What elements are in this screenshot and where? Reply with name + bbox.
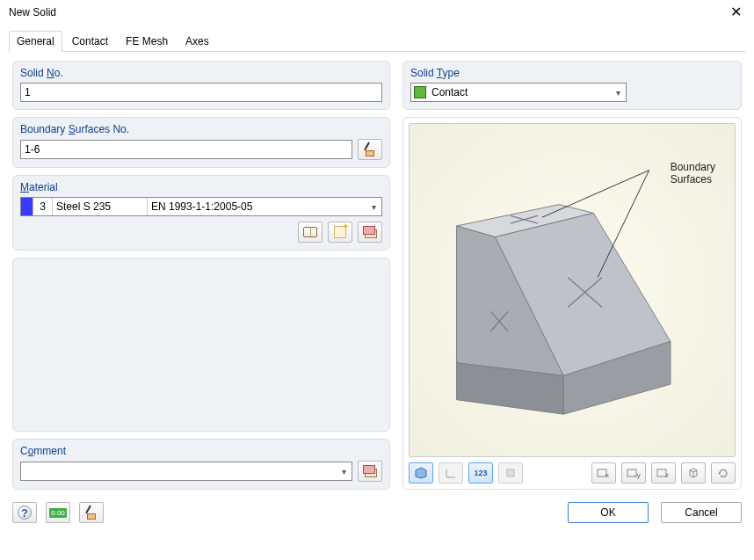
svg-text:z: z [665, 471, 669, 479]
cube-icon [687, 467, 700, 479]
svg-line-23 [693, 470, 697, 472]
preview-panel: Boundary Surfaces [402, 117, 742, 490]
comment-input[interactable]: ▾ [20, 462, 352, 481]
view-loads-button [498, 462, 523, 484]
svg-text:x: x [605, 471, 609, 479]
material-new-button[interactable] [328, 222, 352, 243]
label-text: aterial [29, 181, 58, 193]
label-comment: Comment [20, 445, 382, 457]
label-text: mment [33, 445, 66, 457]
preview-solid-icon [410, 124, 735, 456]
comment-pick-button[interactable] [358, 461, 382, 482]
label-text: o. [54, 67, 63, 79]
axis-x-icon: x [597, 467, 611, 479]
view-reset-button[interactable] [711, 462, 736, 484]
numbering-icon: 123 [474, 469, 487, 477]
material-code: EN 1993-1-1:2005-05 [148, 198, 366, 215]
label-text: Solid [20, 67, 47, 79]
material-number: 3 [33, 198, 53, 215]
solid-type-select[interactable]: Contact ▾ [410, 83, 627, 102]
tab-general[interactable]: General [9, 31, 62, 52]
cancel-button[interactable]: Cancel [661, 502, 742, 523]
close-icon[interactable]: ✕ [727, 5, 745, 19]
chevron-down-icon: ▾ [366, 198, 381, 215]
window-title: New Solid [9, 6, 56, 18]
group-solid-type: Solid Type Contact ▾ [402, 61, 742, 110]
view-angle-button [439, 462, 463, 484]
label-accel: N [47, 67, 54, 79]
layers-icon [363, 465, 377, 477]
content: Solid No. Boundary Surfaces No. Material… [0, 52, 754, 495]
axis-z-button[interactable]: z [651, 462, 676, 484]
book-icon [303, 227, 317, 237]
label-accel: M [20, 181, 29, 193]
new-file-icon [334, 226, 346, 238]
units-icon: 0.00 [49, 508, 67, 518]
material-edit-button[interactable] [358, 222, 382, 243]
label-text: urfaces No. [76, 123, 129, 135]
group-solid-no: Solid No. [12, 61, 390, 110]
material-select[interactable]: 3 Steel S 235 EN 1993-1-1:2005-05 ▾ [20, 197, 382, 216]
label-solid-no: Solid No. [20, 67, 382, 79]
group-material: Material 3 Steel S 235 EN 1993-1-1:2005-… [12, 175, 390, 251]
solid-no-input[interactable] [20, 83, 382, 102]
label-text: ype [442, 67, 459, 79]
footer: ? 0.00 OK Cancel [0, 495, 754, 532]
ok-button[interactable]: OK [568, 502, 649, 523]
reload-cube-icon [717, 467, 729, 479]
group-comment: Comment ▾ [12, 439, 390, 490]
group-boundary: Boundary Surfaces No. [12, 117, 390, 168]
label-material: Material [20, 181, 382, 193]
tabstrip: General Contact FE Mesh Axes [9, 30, 745, 52]
svg-rect-14 [507, 469, 514, 476]
tab-axes[interactable]: Axes [178, 31, 217, 52]
boundary-input[interactable] [20, 140, 352, 159]
label-boundary: Boundary Surfaces No. [20, 123, 382, 135]
layers-icon [363, 226, 377, 238]
svg-line-22 [690, 470, 693, 472]
solid-type-value: Contact [426, 86, 610, 98]
pick-icon [84, 505, 98, 520]
label-text: C [20, 445, 28, 457]
help-icon: ? [18, 505, 32, 520]
material-color-swatch [21, 198, 33, 215]
group-empty [12, 258, 390, 432]
view-numbering-button[interactable]: 123 [468, 462, 493, 484]
tab-fe-mesh[interactable]: FE Mesh [118, 31, 176, 52]
axis-z-icon: z [656, 467, 671, 479]
svg-text:-y: -y [634, 471, 641, 479]
material-name: Steel S 235 [53, 198, 148, 215]
axis-y-button[interactable]: -y [621, 462, 646, 484]
view-mode-solid-button[interactable] [409, 462, 433, 484]
type-color-swatch [414, 86, 426, 98]
svg-line-11 [542, 171, 649, 218]
label-text: Solid [410, 67, 437, 79]
right-column: Solid Type Contact ▾ Boundary Surfaces [402, 61, 742, 490]
titlebar: New Solid ✕ [0, 0, 754, 25]
svg-line-12 [598, 171, 649, 278]
angle-icon [445, 467, 457, 479]
chevron-down-icon: ▾ [610, 88, 626, 98]
help-button[interactable]: ? [12, 502, 37, 523]
svg-marker-13 [416, 468, 426, 478]
axis-x-button[interactable]: x [591, 462, 616, 484]
axis-y-icon: -y [627, 467, 641, 479]
pick-surfaces-button[interactable] [358, 139, 382, 160]
units-button[interactable]: 0.00 [46, 502, 70, 523]
label-text: Boundary [20, 123, 69, 135]
material-library-button[interactable] [298, 222, 323, 243]
solid-view-icon [414, 467, 428, 479]
label-accel: S [69, 123, 76, 135]
left-column: Solid No. Boundary Surfaces No. Material… [12, 61, 390, 490]
preview-toolbar: 123 x -y z [409, 462, 736, 484]
view-iso-button[interactable] [681, 462, 706, 484]
tab-contact[interactable]: Contact [64, 31, 116, 52]
pick-icon [363, 142, 377, 156]
chevron-down-icon: ▾ [336, 467, 352, 476]
preview-canvas: Boundary Surfaces [409, 123, 736, 457]
label-solid-type: Solid Type [410, 67, 734, 79]
loads-icon [504, 467, 517, 479]
pick-button[interactable] [79, 502, 104, 523]
